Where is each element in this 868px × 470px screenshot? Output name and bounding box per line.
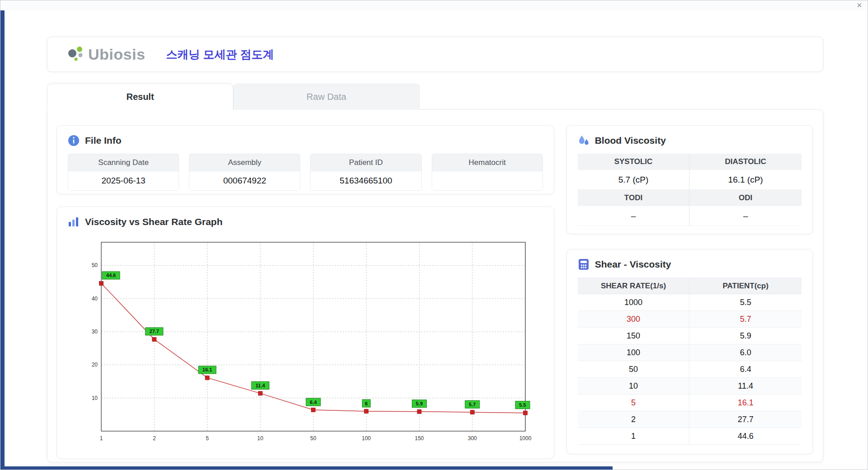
tab-result[interactable]: Result [47, 84, 233, 110]
svg-text:30: 30 [92, 329, 98, 335]
left-edge-strip [0, 10, 5, 470]
shear-col-header: PATIENT(cp) [689, 277, 802, 294]
shear-patient-cell: 5.9 [689, 328, 802, 344]
shear-col-header: SHEAR RATE(1/s) [578, 277, 690, 294]
bv-value-cell: – [578, 206, 690, 226]
bottom-edge-strip [5, 466, 613, 470]
shear-rate-cell: 10 [578, 378, 690, 395]
bv-header-cell: DIASTOLIC [689, 154, 802, 170]
svg-text:5.7: 5.7 [469, 402, 476, 407]
content-panel: File Info Scanning Date2025-06-13Assembl… [47, 109, 823, 462]
field-label: Patient ID [311, 154, 421, 171]
svg-text:5.5: 5.5 [519, 402, 526, 408]
file-info-field: Assembly000674922 [189, 154, 300, 191]
svg-text:50: 50 [310, 435, 316, 442]
bv-value-cell: 5.7 (cP) [578, 170, 690, 190]
shear-viscosity-card: Shear - Viscosity SHEAR RATE(1/s)PATIENT… [566, 249, 813, 454]
svg-text:1000: 1000 [519, 435, 532, 442]
droplets-icon [578, 135, 590, 146]
shear-viscosity-table: SHEAR RATE(1/s)PATIENT(cp)10005.53005.71… [578, 277, 802, 445]
bar-chart-icon [68, 216, 80, 228]
shear-viscosity-title: Shear - Viscosity [595, 259, 671, 270]
field-value: 000674922 [189, 171, 300, 190]
app-window: ✕ Ubiosis 스캐닝 모세관 점도계 Result Raw Data [0, 0, 868, 470]
page-title: 스캐닝 모세관 점도계 [166, 47, 274, 62]
svg-text:10: 10 [257, 435, 264, 442]
tab-raw-data[interactable]: Raw Data [233, 84, 420, 110]
ubiosis-logo: Ubiosis [66, 44, 145, 64]
field-label: Scanning Date [68, 154, 179, 171]
blood-viscosity-grid: SYSTOLICDIASTOLIC5.7 (cP)16.1 (cP)TODIOD… [578, 154, 802, 226]
blood-viscosity-card: Blood Viscosity SYSTOLICDIASTOLIC5.7 (cP… [566, 125, 813, 234]
shear-rate-cell: 2 [578, 411, 690, 428]
left-column: File Info Scanning Date2025-06-13Assembl… [57, 125, 554, 453]
shear-rate-cell: 150 [578, 328, 690, 344]
shear-rate-cell: 300 [578, 311, 690, 328]
field-value: 2025-06-13 [68, 171, 179, 190]
field-value: 51634665100 [311, 171, 421, 190]
svg-text:6: 6 [365, 401, 368, 406]
svg-text:50: 50 [92, 262, 98, 268]
bv-value-cell: 16.1 (cP) [689, 170, 802, 190]
bv-header-cell: ODI [689, 190, 802, 206]
calculator-icon [578, 258, 590, 270]
file-info-field: Hematocrit [432, 154, 543, 191]
shear-rate-cell: 1000 [578, 294, 690, 311]
svg-text:100: 100 [362, 435, 371, 442]
file-info-field: Patient ID51634665100 [310, 154, 421, 191]
bv-header-cell: SYSTOLIC [578, 154, 690, 170]
svg-text:44.6: 44.6 [106, 273, 116, 278]
svg-text:150: 150 [415, 435, 424, 442]
svg-text:6.4: 6.4 [310, 400, 317, 405]
svg-text:16.1: 16.1 [203, 367, 212, 372]
shear-patient-cell: 44.6 [689, 428, 802, 445]
field-value [432, 171, 542, 190]
svg-text:2: 2 [153, 435, 156, 442]
shear-patient-cell: 5.5 [689, 294, 802, 311]
shear-rate-cell: 100 [578, 344, 690, 361]
shear-patient-cell: 16.1 [689, 395, 802, 411]
svg-text:20: 20 [92, 362, 98, 368]
graph-card: Viscosity vs Shear Rate Graph 1020304050… [57, 207, 554, 459]
shear-patient-cell: 11.4 [689, 378, 802, 395]
file-info-title: File Info [85, 135, 122, 146]
bv-header-cell: TODI [578, 190, 690, 206]
header: Ubiosis 스캐닝 모세관 점도계 [47, 37, 823, 72]
right-column: Blood Viscosity SYSTOLICDIASTOLIC5.7 (cP… [566, 125, 813, 453]
shear-patient-cell: 5.7 [689, 311, 802, 328]
file-info-fields: Scanning Date2025-06-13Assembly000674922… [68, 154, 543, 191]
field-label: Hematocrit [432, 154, 542, 171]
svg-text:300: 300 [468, 435, 477, 442]
logo-text: Ubiosis [88, 46, 145, 63]
blood-viscosity-title: Blood Viscosity [595, 135, 666, 146]
svg-text:27.7: 27.7 [150, 329, 159, 334]
svg-text:5: 5 [206, 435, 209, 442]
shear-patient-cell: 27.7 [689, 411, 802, 428]
shear-rate-cell: 5 [578, 395, 690, 411]
svg-text:40: 40 [92, 296, 98, 302]
close-icon[interactable]: ✕ [856, 2, 862, 9]
info-icon [68, 135, 80, 146]
svg-text:11.4: 11.4 [255, 383, 265, 388]
graph-title: Viscosity vs Shear Rate Graph [85, 216, 222, 227]
file-info-field: Scanning Date2025-06-13 [68, 154, 179, 191]
shear-patient-cell: 6.0 [689, 344, 802, 361]
svg-text:1: 1 [100, 435, 103, 442]
viscosity-shear-chart: 10203040501251050100150300100044.627.716… [78, 235, 539, 447]
tab-bar: Result Raw Data [47, 84, 420, 110]
svg-text:10: 10 [92, 395, 98, 401]
file-info-card: File Info Scanning Date2025-06-13Assembl… [57, 125, 554, 194]
bv-value-cell: – [689, 206, 802, 226]
logo-dots-icon [66, 44, 85, 64]
shear-rate-cell: 1 [578, 428, 690, 445]
titlebar: ✕ [0, 0, 868, 10]
shear-patient-cell: 6.4 [689, 361, 802, 378]
field-label: Assembly [189, 154, 300, 171]
svg-text:5.9: 5.9 [416, 401, 423, 406]
chart-area: 10203040501251050100150300100044.627.716… [68, 235, 543, 449]
shear-rate-cell: 50 [578, 361, 690, 378]
